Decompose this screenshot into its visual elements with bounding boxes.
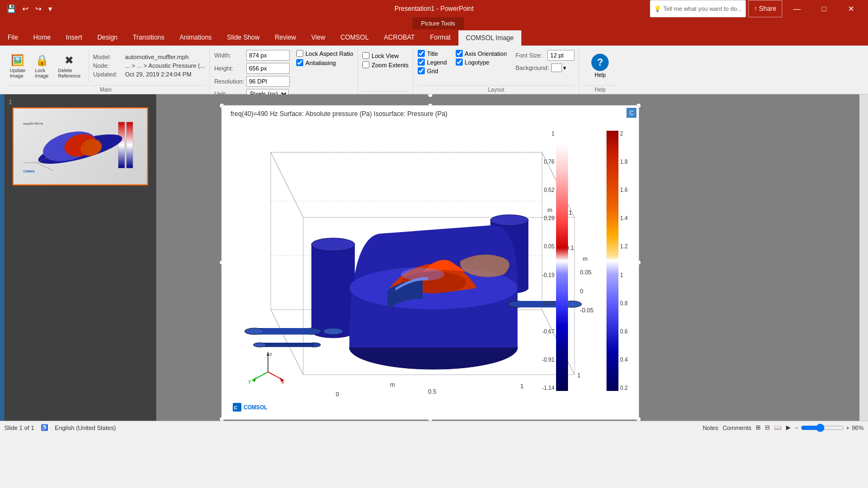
slide-sorter-btn[interactable]: ⊟ bbox=[765, 424, 770, 431]
logotype-label: Logotype bbox=[465, 59, 489, 66]
right-scrollbar[interactable] bbox=[859, 94, 868, 421]
fontsize-input[interactable] bbox=[547, 50, 575, 61]
resolution-input[interactable] bbox=[246, 76, 290, 87]
zoom-out-btn[interactable]: − bbox=[795, 425, 798, 431]
svg-text:0: 0 bbox=[580, 288, 583, 294]
svg-rect-31 bbox=[311, 245, 355, 331]
notes-btn[interactable]: Notes bbox=[703, 425, 718, 431]
image-group-content: Width: Height: Resolution: Unit: Pixels … bbox=[214, 48, 353, 100]
picture-tools-label: Picture Tools bbox=[412, 17, 464, 29]
tab-acrobat[interactable]: ACROBAT bbox=[376, 29, 423, 46]
maximize-btn[interactable]: □ bbox=[812, 0, 837, 17]
width-row: Width: bbox=[214, 50, 290, 61]
lock-aspect-checkbox[interactable] bbox=[296, 50, 303, 57]
tab-view[interactable]: View bbox=[304, 29, 333, 46]
share-button[interactable]: ↑ Share bbox=[748, 0, 782, 17]
width-input[interactable] bbox=[246, 50, 290, 61]
legend-checkbox[interactable] bbox=[418, 59, 425, 66]
language: English (United States) bbox=[55, 425, 116, 431]
ribbon-group-image: Width: Height: Resolution: Unit: Pixels … bbox=[210, 48, 358, 94]
lock-view-checkbox[interactable] bbox=[362, 52, 369, 59]
background-row: Background: ▾ bbox=[515, 63, 575, 72]
main-group-label: Main bbox=[7, 85, 205, 94]
tab-file[interactable]: File bbox=[0, 29, 25, 46]
height-input[interactable] bbox=[246, 63, 290, 74]
slide-info: Slide 1 of 1 bbox=[4, 425, 34, 431]
picture-tools-band: Picture Tools bbox=[0, 17, 868, 29]
rlbl-2: 2 bbox=[620, 131, 628, 137]
bg-color-arrow[interactable]: ▾ bbox=[563, 65, 566, 72]
ribbon-group-help: ? Help Help bbox=[579, 48, 621, 94]
save-qat-btn[interactable]: 💾 bbox=[4, 2, 18, 15]
svg-text:z: z bbox=[270, 351, 272, 357]
tab-transitions[interactable]: Transitions bbox=[125, 29, 172, 46]
grid-checkbox[interactable] bbox=[418, 67, 425, 74]
svg-text:1: 1 bbox=[520, 383, 524, 389]
fontsize-label: Font Size: bbox=[515, 52, 545, 59]
tab-comsol[interactable]: COMSOL bbox=[333, 29, 376, 46]
antialiasing-label: Antialiasing bbox=[305, 60, 336, 66]
delete-reference-btn[interactable]: ✖ DeleteReference bbox=[55, 52, 84, 81]
help-btn[interactable]: ? Help bbox=[584, 50, 616, 82]
svg-text:C: C bbox=[234, 405, 238, 410]
title-checkbox[interactable] bbox=[418, 50, 425, 57]
undo-qat-btn[interactable]: ↩ bbox=[20, 2, 31, 15]
tab-insert[interactable]: Insert bbox=[58, 29, 90, 46]
comsol-image[interactable]: C freq(40)=490 Hz Surface: Absolute pres… bbox=[221, 105, 639, 420]
antialiasing-checkbox[interactable] bbox=[296, 59, 303, 66]
tab-review[interactable]: Review bbox=[267, 29, 303, 46]
tab-comsol-image[interactable]: COMSOL Image bbox=[458, 29, 521, 46]
zoom-extents-checkbox[interactable] bbox=[362, 61, 369, 68]
comments-btn[interactable]: Comments bbox=[723, 425, 751, 431]
tab-design[interactable]: Design bbox=[90, 29, 125, 46]
tell-me-box[interactable]: 💡 Tell me what you want to do... bbox=[650, 0, 746, 17]
update-image-label: UpdateImage bbox=[10, 68, 25, 79]
zoom-in-btn[interactable]: + bbox=[846, 425, 850, 431]
axis-orientation-row: Axis Orientation bbox=[456, 50, 507, 57]
normal-view-btn[interactable]: ⊞ bbox=[756, 424, 761, 431]
window-controls[interactable]: 💡 Tell me what you want to do... ↑ Share… bbox=[646, 0, 864, 17]
tab-format[interactable]: Format bbox=[423, 29, 458, 46]
slide-thumbnail[interactable]: freq(40)=490 Hz COMSOL bbox=[12, 107, 148, 185]
zoom-extents-label: Zoom Extents bbox=[372, 62, 409, 68]
rotate-handle[interactable] bbox=[427, 94, 433, 98]
help-icon: ? bbox=[591, 54, 609, 71]
svg-text:y: y bbox=[248, 378, 251, 384]
quick-access-toolbar[interactable]: 💾 ↩ ↪ ▾ bbox=[4, 2, 54, 15]
lbl-n114: -1.14 bbox=[542, 385, 554, 391]
tab-home[interactable]: Home bbox=[25, 29, 58, 46]
customize-qat-btn[interactable]: ▾ bbox=[46, 2, 54, 15]
lbl-076: 0.76 bbox=[542, 159, 554, 165]
redo-qat-btn[interactable]: ↪ bbox=[33, 2, 44, 15]
close-btn[interactable]: ✕ bbox=[839, 0, 864, 17]
svg-rect-0 bbox=[118, 122, 125, 168]
main-area: 1 bbox=[0, 94, 868, 421]
lock-image-btn[interactable]: 🔒 LockImage bbox=[31, 52, 53, 81]
lbl-n019: -0.19 bbox=[542, 272, 554, 278]
updated-value: Oct 29, 2019 2:24:04 PM bbox=[125, 71, 192, 78]
tab-slideshow[interactable]: Slide Show bbox=[219, 29, 267, 46]
logotype-checkbox[interactable] bbox=[456, 59, 463, 66]
svg-line-5 bbox=[37, 163, 53, 171]
background-color-picker[interactable]: ▾ bbox=[551, 63, 566, 72]
svg-rect-8 bbox=[126, 122, 133, 168]
right-colorbar-labels: 2 1.8 1.6 1.4 1.2 1 0.8 0.6 0.4 0.2 bbox=[620, 131, 628, 391]
axis-orientation-checkbox[interactable] bbox=[456, 50, 463, 57]
reading-view-btn[interactable]: 📖 bbox=[774, 424, 782, 431]
zoom-slider[interactable] bbox=[801, 423, 844, 432]
slideshow-btn[interactable]: ▶ bbox=[786, 424, 790, 431]
legend-label: Legend bbox=[427, 59, 447, 66]
rlbl-06: 0.6 bbox=[620, 329, 628, 335]
image-checkboxes: Lock Aspect Ratio Antialiasing bbox=[296, 50, 353, 66]
tab-animations[interactable]: Animations bbox=[172, 29, 219, 46]
node-label: Node: bbox=[93, 62, 123, 69]
update-image-btn[interactable]: 🖼️ UpdateImage bbox=[7, 52, 29, 81]
lbl-005: 0.05 bbox=[542, 243, 554, 249]
layout-checkboxes-right: Axis Orientation Logotype bbox=[456, 50, 507, 66]
lock-aspect-row: Lock Aspect Ratio bbox=[296, 50, 353, 57]
lbl-n043: -0.43 bbox=[542, 300, 554, 306]
minimize-btn[interactable]: — bbox=[784, 0, 809, 17]
lbl-n091: -0.91 bbox=[542, 357, 554, 363]
svg-point-44 bbox=[253, 343, 266, 347]
status-right: Notes Comments ⊞ ⊟ 📖 ▶ − + 96% bbox=[703, 423, 864, 432]
